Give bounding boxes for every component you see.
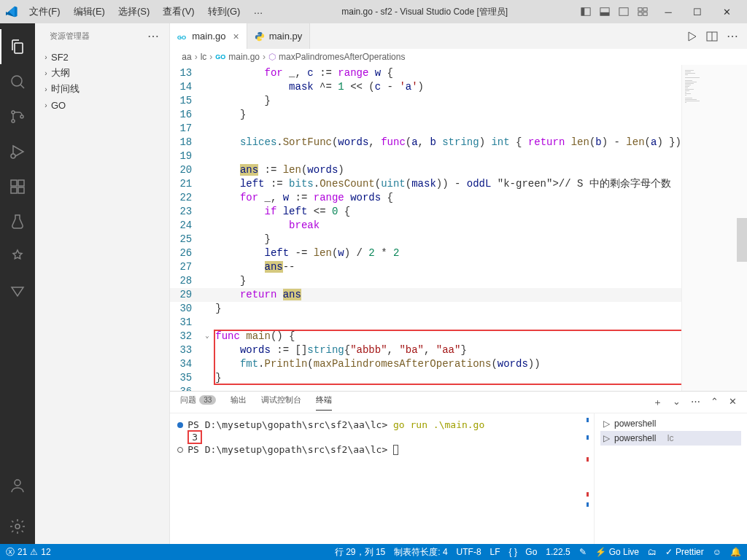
terminal[interactable]: PS D:\mysetup\gopath\src\sf2\aa\lc> go r… [170,413,584,544]
split-editor-icon[interactable] [706,31,718,42]
activity-search[interactable] [0,64,35,99]
terminal-cursor [393,445,398,455]
menu-edit[interactable]: 编辑(E) [68,2,111,21]
terminal-list-item[interactable]: ▷powershell [600,416,741,431]
activity-run-debug[interactable] [0,134,35,169]
status-golive[interactable]: ⚡Go Live [595,546,639,559]
minimap-thumb[interactable] [737,218,747,262]
python-file-icon [255,31,265,42]
status-eol[interactable]: LF [490,546,500,559]
code-line[interactable]: 30} [170,302,681,316]
status-cursor[interactable]: 行 29，列 15 [335,546,385,559]
sidebar-section-timeline[interactable]: ›时间线 [35,81,169,97]
terminal-dropdown-icon[interactable]: ⌄ [673,396,681,409]
error-icon: ⓧ [6,546,15,559]
code-line[interactable]: 20 ans := len(words) [170,163,681,177]
activity-account[interactable] [0,468,35,503]
code-line[interactable]: 32⌄func main() { [170,330,681,343]
close-button[interactable]: ✕ [712,0,741,23]
minimize-button[interactable]: ─ [654,0,683,23]
code-line[interactable]: 27 ans-- [170,260,681,274]
new-terminal-icon[interactable]: ＋ [653,396,662,409]
run-icon[interactable] [686,31,697,42]
svg-rect-1 [581,8,584,16]
menu-file[interactable]: 文件(F) [23,2,66,21]
more-actions-icon[interactable]: ⋯ [727,29,740,43]
status-lang[interactable]: { } Go [509,546,538,559]
close-panel-icon[interactable]: ✕ [729,396,737,409]
status-prettier[interactable]: ✓Prettier [665,546,704,559]
code-line[interactable]: 21 left := bits.OnesCount(uint(mask)) - … [170,177,681,191]
sidebar-section-go[interactable]: ›GO [35,97,169,113]
menu-goto[interactable]: 转到(G) [202,2,247,21]
panel-tab-terminal[interactable]: 终端 [316,394,332,411]
activity-source-control[interactable] [0,99,35,134]
activity-misc-1[interactable] [0,239,35,274]
code-line[interactable]: 22 for _, w := range words { [170,191,681,205]
code-line[interactable]: 35} [170,371,681,385]
status-encoding[interactable]: UTF-8 [457,546,481,559]
status-feedback-icon[interactable]: ☺ [713,546,721,559]
menu-view[interactable]: 查看(V) [157,2,200,21]
layout-customize-icon[interactable] [638,7,648,17]
code-line[interactable]: 24 break [170,219,681,233]
code-line[interactable]: 26 left -= len(w) / 2 * 2 [170,246,681,260]
panel-tab-problems[interactable]: 问题33 [180,394,216,410]
status-edit-icon[interactable]: ✎ [579,546,587,559]
sidebar-section-outline[interactable]: ›大纲 [35,65,169,81]
code-line[interactable]: 34 fmt.Println(maxPalindromesAfterOperat… [170,357,681,371]
sidebar-more-icon[interactable]: ⋯ [147,29,160,43]
maximize-button[interactable]: ☐ [683,0,712,23]
close-tab-icon[interactable]: × [233,31,239,42]
sidebar-section-sf2[interactable]: ›SF2 [35,49,169,65]
tab-main-py[interactable]: main.py [247,23,311,49]
activity-misc-2[interactable] [0,274,35,309]
code-line[interactable]: 17 [170,122,681,136]
maximize-panel-icon[interactable]: ⌃ [711,396,719,409]
code-line[interactable]: 15 } [170,94,681,108]
panel-left-icon[interactable] [581,7,591,17]
code-line[interactable]: 29 return ans [170,288,681,302]
panel-tab-output[interactable]: 输出 [231,394,247,410]
menu-bar: 文件(F) 编辑(E) 选择(S) 查看(V) 转到(G) … [23,2,268,21]
code-line[interactable]: 36 [170,385,681,391]
status-bell-icon[interactable]: 🔔 [730,546,741,559]
status-ext-icon[interactable]: 🗂 [648,546,657,559]
code-line[interactable]: 16 } [170,108,681,122]
code-line[interactable]: 28 } [170,274,681,288]
code-editor[interactable]: 13 for _, c := range w {14 mask ^= 1 << … [170,65,681,391]
status-indent[interactable]: 制表符长度: 4 [394,546,447,559]
breadcrumbs[interactable]: aa› lc› GO main.go› ⬡ maxPalindromesAfte… [170,49,747,65]
menu-more[interactable]: … [247,2,268,21]
menu-select[interactable]: 选择(S) [112,2,155,21]
code-line[interactable]: 31 [170,316,681,330]
panel-bottom-icon[interactable] [600,7,610,17]
svg-point-12 [20,115,23,118]
code-line[interactable]: 25 } [170,233,681,246]
code-line[interactable]: 33 words := []string{"abbb", "ba", "aa"} [170,343,681,357]
code-line[interactable]: 19 [170,149,681,163]
status-errors[interactable]: ⓧ21⚠12 [6,546,51,559]
tab-main-go[interactable]: GO main.go × [170,23,247,49]
terminal-icon: ▷ [603,419,610,429]
terminal-overview-ruler [584,413,594,544]
panel-more-icon[interactable]: ⋯ [691,396,700,409]
code-line[interactable]: 18 slices.SortFunc(words, func(a, b stri… [170,136,681,149]
terminal-list-item[interactable]: ▷powershell lc [600,431,741,446]
status-version[interactable]: 1.22.5 [546,546,570,559]
code-line[interactable]: 23 if left <= 0 { [170,205,681,219]
code-line[interactable]: 14 mask ^= 1 << (c - 'a') [170,80,681,94]
terminal-dot-icon [177,422,183,428]
activity-explorer[interactable] [0,29,35,64]
activity-settings[interactable] [0,509,35,544]
activity-testing[interactable] [0,204,35,239]
svg-point-18 [15,480,20,486]
vscode-logo-icon [6,6,18,18]
activity-extensions[interactable] [0,169,35,204]
panel-tab-debug[interactable]: 调试控制台 [261,394,301,410]
code-line[interactable]: 13 for _, c := range w { [170,66,681,80]
minimap[interactable]: ▬▬▬▬▬▬▬▬▬▬▬▬▬▬▬▬▬▬▬▬▬▬▬▬▬▬▬▬▬▬▬▬▬▬▬▬▬▬▬▬… [681,65,747,391]
chevron-right-icon: › [41,53,51,61]
activity-bar [0,23,35,544]
panel-right-icon[interactable] [619,7,629,17]
